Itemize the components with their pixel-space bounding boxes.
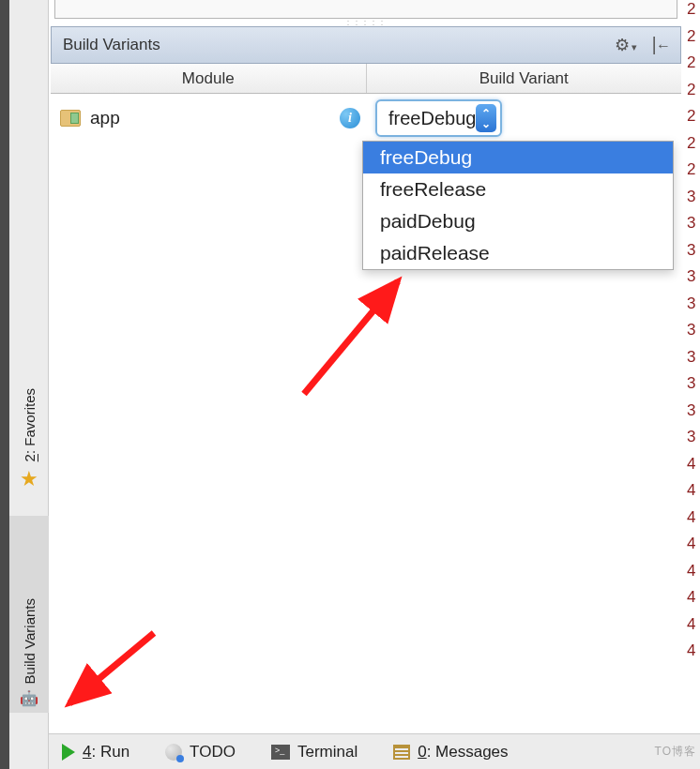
column-header-variant: Build Variant bbox=[367, 64, 682, 93]
bottom-tab-run[interactable]: 4: Run bbox=[62, 743, 129, 761]
variant-combo-value: freeDebug bbox=[388, 108, 476, 129]
line-number: 4 bbox=[683, 455, 700, 482]
line-number: 3 bbox=[683, 294, 700, 322]
line-number: 4 bbox=[683, 562, 700, 589]
line-number: 3 bbox=[683, 401, 700, 429]
module-name: app bbox=[90, 108, 340, 128]
favorites-tab-label: 2: Favorites bbox=[22, 388, 38, 461]
bottom-tab-todo[interactable]: TODO bbox=[165, 743, 236, 761]
variant-dropdown: freeDebugfreeReleasepaidDebugpaidRelease bbox=[362, 141, 674, 270]
tool-tab-favorites[interactable]: 2: Favorites ★ bbox=[9, 300, 49, 497]
line-number: 2 bbox=[683, 27, 700, 54]
android-icon: 🤖 bbox=[20, 689, 38, 707]
line-number: 4 bbox=[683, 481, 700, 508]
terminal-label: Terminal bbox=[297, 743, 358, 761]
line-number: 4 bbox=[683, 508, 700, 535]
terminal-icon bbox=[271, 745, 290, 760]
tool-tab-build-variants[interactable]: Build Variants 🤖 bbox=[9, 516, 49, 713]
build-variants-tab-label: Build Variants bbox=[22, 598, 38, 684]
gear-icon[interactable] bbox=[615, 35, 637, 55]
window-left-edge bbox=[0, 0, 9, 769]
line-number: 2 bbox=[683, 134, 700, 161]
line-number: 3 bbox=[683, 241, 700, 268]
table-body: app i freeDebug freeDebugfreeReleasepaid… bbox=[51, 94, 681, 731]
variant-combo[interactable]: freeDebug bbox=[375, 99, 502, 137]
table-row: app i freeDebug bbox=[51, 94, 681, 143]
messages-label: 0: Messages bbox=[418, 743, 508, 761]
messages-icon bbox=[393, 745, 410, 760]
hide-panel-icon[interactable] bbox=[650, 37, 669, 54]
variant-cell: freeDebug bbox=[370, 94, 681, 143]
combo-stepper-icon[interactable] bbox=[476, 104, 496, 132]
line-number: 3 bbox=[683, 374, 700, 401]
run-label: 4: Run bbox=[83, 743, 129, 761]
panel-grip[interactable]: : : : : : bbox=[49, 19, 683, 26]
line-number: 2 bbox=[683, 81, 700, 108]
bottom-tool-bar: 4: Run TODO Terminal 0: Messages bbox=[49, 733, 700, 769]
line-number: 3 bbox=[683, 428, 700, 455]
line-number: 4 bbox=[683, 641, 700, 669]
left-tool-strip: 2: Favorites ★ Build Variants 🤖 bbox=[9, 0, 49, 769]
line-number: 4 bbox=[683, 588, 700, 615]
dropdown-option[interactable]: paidDebug bbox=[363, 205, 673, 237]
line-number: 2 bbox=[683, 0, 700, 27]
build-variants-panel: : : : : : Build Variants Module Build Va… bbox=[49, 0, 683, 733]
line-number: 3 bbox=[683, 267, 700, 294]
line-number: 2 bbox=[683, 53, 700, 81]
column-header-module: Module bbox=[51, 64, 367, 93]
watermark: TO博客 bbox=[655, 744, 696, 760]
top-strip bbox=[54, 0, 677, 19]
module-folder-icon bbox=[60, 110, 81, 127]
line-number: 3 bbox=[683, 348, 700, 375]
svg-line-1 bbox=[69, 633, 154, 703]
panel-title: Build Variants bbox=[63, 36, 615, 54]
dropdown-option[interactable]: freeRelease bbox=[363, 173, 673, 205]
line-number: 2 bbox=[683, 107, 700, 134]
line-number: 4 bbox=[683, 615, 700, 642]
play-icon bbox=[62, 744, 75, 761]
star-icon: ★ bbox=[20, 467, 38, 491]
line-number: 3 bbox=[683, 321, 700, 348]
editor-line-gutter: 2222222333333333344444444 bbox=[683, 0, 700, 733]
dropdown-option[interactable]: freeDebug bbox=[363, 142, 673, 173]
table-header: Module Build Variant bbox=[51, 64, 681, 94]
line-number: 4 bbox=[683, 535, 700, 562]
annotation-arrow-1 bbox=[257, 253, 407, 403]
line-number: 3 bbox=[683, 214, 700, 241]
todo-label: TODO bbox=[190, 743, 236, 761]
bottom-tab-messages[interactable]: 0: Messages bbox=[393, 743, 508, 761]
dropdown-option[interactable]: paidRelease bbox=[363, 237, 673, 269]
todo-icon bbox=[165, 744, 182, 761]
line-number: 3 bbox=[683, 188, 700, 215]
info-icon[interactable]: i bbox=[340, 108, 360, 128]
svg-line-0 bbox=[304, 281, 398, 394]
line-number: 2 bbox=[683, 160, 700, 188]
bottom-tab-terminal[interactable]: Terminal bbox=[271, 743, 358, 761]
panel-header: Build Variants bbox=[51, 26, 681, 64]
module-cell[interactable]: app i bbox=[51, 94, 370, 143]
annotation-arrow-2 bbox=[51, 614, 173, 717]
